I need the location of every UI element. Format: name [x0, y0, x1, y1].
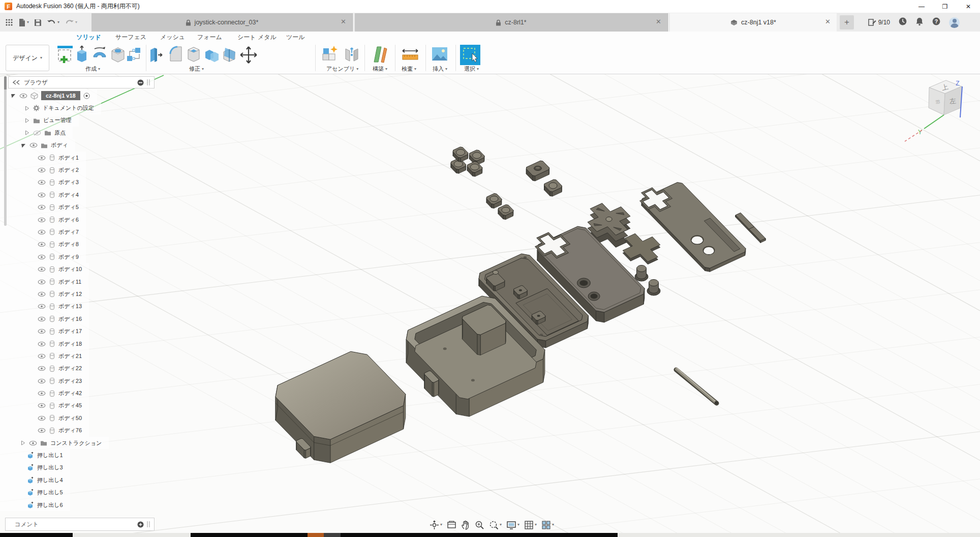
zoom-icon[interactable]: [475, 520, 484, 530]
browser-row-feature[interactable]: 押し出し4: [0, 474, 70, 486]
browser-row-body[interactable]: ボディ8: [0, 238, 86, 251]
browser-row-root[interactable]: cz-8nj1 v18: [0, 90, 97, 102]
visibility-eye-icon[interactable]: [38, 353, 46, 359]
browser-row-body[interactable]: ボディ23: [0, 375, 89, 387]
group-label-inspect[interactable]: 検査▾: [402, 65, 416, 73]
browser-row-feature[interactable]: 押し出し5: [0, 487, 70, 499]
browser-panel-header[interactable]: ブラウザ: [8, 76, 155, 88]
visibility-eye-icon[interactable]: [38, 254, 46, 260]
new-tab-button[interactable]: +: [840, 15, 854, 29]
visibility-eye-icon[interactable]: [38, 428, 46, 433]
shell-icon[interactable]: [187, 45, 201, 65]
visibility-eye-icon[interactable]: [38, 266, 46, 272]
workspace-selector[interactable]: デザイン▾: [6, 45, 49, 71]
tab-close-icon[interactable]: ✕: [825, 18, 831, 25]
press-pull-icon[interactable]: [149, 45, 164, 65]
visibility-eye-icon[interactable]: [38, 229, 46, 235]
redo-icon[interactable]: ▾: [65, 19, 77, 26]
browser-row-body[interactable]: ボディ50: [0, 412, 89, 424]
display-settings-icon[interactable]: ▾: [506, 520, 519, 530]
split-body-icon[interactable]: [222, 45, 237, 65]
visibility-eye-icon[interactable]: [38, 192, 46, 198]
visibility-eye-icon[interactable]: [38, 180, 46, 185]
group-label-create[interactable]: 作成▾: [85, 65, 100, 73]
tab-close-icon[interactable]: ✕: [656, 18, 661, 25]
browser-row-body[interactable]: ボディ21: [0, 350, 89, 362]
browser-row-body[interactable]: ボディ10: [0, 263, 89, 275]
browser-row-body[interactable]: ボディ17: [0, 325, 89, 337]
select-icon[interactable]: [460, 45, 480, 65]
browser-row-document-settings[interactable]: ドキュメントの設定: [0, 102, 101, 114]
ribbon-tab-solid[interactable]: ソリッド: [76, 33, 101, 42]
browser-row-feature[interactable]: 押し出し6: [0, 499, 70, 511]
browser-row-named-views[interactable]: ビュー管理: [0, 114, 79, 127]
browser-row-body[interactable]: ボディ42: [0, 387, 89, 399]
activate-component-radio[interactable]: [83, 93, 90, 99]
browser-row-body[interactable]: ボディ13: [0, 301, 89, 313]
viewports-icon[interactable]: ▾: [541, 520, 554, 530]
browser-row-body[interactable]: ボディ3: [0, 176, 86, 189]
extrude-icon[interactable]: [75, 45, 88, 65]
hole-icon[interactable]: [110, 45, 126, 65]
browser-row-body[interactable]: ボディ45: [0, 400, 89, 412]
new-component-icon[interactable]: [321, 45, 340, 65]
job-status[interactable]: 9/10: [868, 18, 890, 26]
visibility-eye-icon[interactable]: [38, 341, 46, 347]
visibility-eye-icon[interactable]: [38, 329, 46, 334]
orbit-icon[interactable]: ▾: [430, 520, 442, 530]
browser-row-body[interactable]: ボディ12: [0, 288, 89, 300]
minimize-button[interactable]: —: [910, 0, 933, 13]
document-tab[interactable]: joystick-connector_03* ✕: [91, 13, 353, 32]
pattern-icon[interactable]: [126, 45, 141, 65]
ribbon-tab-mesh[interactable]: メッシュ: [160, 33, 185, 42]
visibility-eye-icon[interactable]: [29, 142, 38, 148]
browser-row-body[interactable]: ボディ4: [0, 189, 86, 201]
look-at-icon[interactable]: [447, 520, 456, 530]
visibility-eye-off-icon[interactable]: [33, 130, 41, 136]
restore-button[interactable]: ❐: [933, 0, 957, 13]
construct-plane-icon[interactable]: [371, 45, 388, 65]
measure-icon[interactable]: [402, 45, 419, 65]
move-icon[interactable]: [240, 45, 257, 65]
close-button[interactable]: ✕: [957, 0, 980, 13]
comments-bar[interactable]: コメント: [5, 518, 155, 531]
tab-close-icon[interactable]: ✕: [341, 18, 346, 25]
group-label-insert[interactable]: 挿入▾: [433, 65, 447, 73]
visibility-eye-icon[interactable]: [38, 316, 46, 322]
browser-row-feature[interactable]: 押し出し1: [0, 449, 70, 461]
browser-row-body[interactable]: ボディ1: [0, 152, 86, 164]
browser-row-body[interactable]: ボディ22: [0, 363, 89, 375]
joint-icon[interactable]: [344, 45, 359, 65]
visibility-eye-icon[interactable]: [38, 391, 46, 396]
visibility-eye-icon[interactable]: [38, 155, 46, 161]
visibility-eye-icon[interactable]: [38, 366, 46, 371]
group-label-construct[interactable]: 構築▾: [373, 65, 387, 73]
browser-row-body[interactable]: ボディ7: [0, 226, 86, 238]
browser-row-body[interactable]: ボディ16: [0, 313, 89, 325]
document-tab-active[interactable]: cz-8nj1 v18* ✕: [670, 13, 837, 32]
visibility-eye-icon[interactable]: [38, 217, 46, 223]
browser-row-body[interactable]: ボディ6: [0, 214, 86, 226]
browser-row-bodies-folder[interactable]: ボディ: [0, 139, 75, 152]
pan-icon[interactable]: [461, 520, 470, 530]
visibility-eye-icon[interactable]: [29, 440, 37, 446]
help-icon[interactable]: ?: [932, 17, 941, 28]
visibility-eye-icon[interactable]: [38, 167, 46, 173]
group-label-assemble[interactable]: アセンブリ▾: [326, 65, 358, 73]
insert-image-icon[interactable]: [431, 45, 448, 65]
visibility-eye-icon[interactable]: [38, 242, 46, 247]
visibility-eye-icon[interactable]: [38, 204, 46, 210]
visibility-eye-icon[interactable]: [38, 403, 46, 408]
grid-settings-icon[interactable]: ▾: [524, 520, 537, 530]
extension-clock-icon[interactable]: [898, 17, 907, 28]
browser-row-body[interactable]: ボディ11: [0, 276, 88, 288]
ribbon-tab-sheetmetal[interactable]: シート メタル: [237, 33, 277, 42]
save-icon[interactable]: [34, 19, 42, 26]
combine-icon[interactable]: [204, 45, 220, 65]
undo-icon[interactable]: ▾: [47, 19, 59, 26]
group-label-select[interactable]: 選択▾: [464, 65, 479, 73]
visibility-eye-icon[interactable]: [38, 378, 46, 384]
visibility-eye-icon[interactable]: [38, 279, 46, 285]
zoom-window-icon[interactable]: ▾: [489, 520, 502, 530]
app-grid-icon[interactable]: [5, 18, 13, 26]
